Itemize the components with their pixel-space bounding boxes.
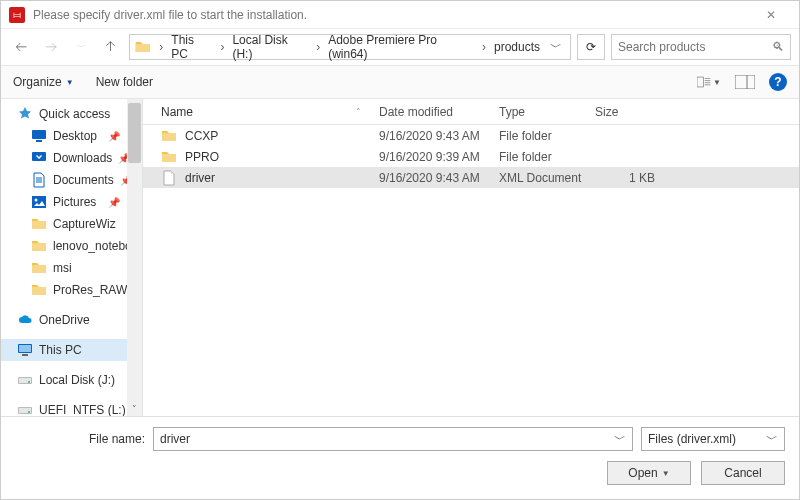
cancel-button[interactable]: Cancel [701,461,785,485]
filename-input[interactable] [160,432,608,446]
folder-icon [31,216,47,232]
refresh-button[interactable]: ⟳ [577,34,605,60]
chevron-right-icon[interactable]: › [314,40,322,54]
help-button[interactable]: ? [769,73,787,91]
view-mode-button[interactable]: ▼ [697,72,721,92]
col-name[interactable]: Name˄ [155,105,373,119]
search-box[interactable]: 🔍︎ [611,34,791,60]
file-type: File folder [493,129,589,143]
tree-item-label: ProRes_RAW [53,283,127,297]
tree-item-label: Downloads [53,151,112,165]
forward-button[interactable]: 🡢 [39,35,63,59]
tree-item[interactable]: This PC [1,339,142,361]
file-type: XML Document [493,171,589,185]
file-name: PPRO [185,150,219,164]
tree-scroll-down[interactable]: ˅ [127,402,142,416]
col-size[interactable]: Size [589,105,661,119]
close-button[interactable]: ✕ [751,8,791,22]
back-button[interactable]: 🡠 [9,35,33,59]
pc-icon [17,342,33,358]
tree-item[interactable]: msi [1,257,142,279]
open-button[interactable]: Open▼ [607,461,691,485]
titlebar: ⧦ Please specify driver.xml file to star… [1,1,799,29]
tree-item[interactable]: ProRes_RAW [1,279,142,301]
pin-icon: 📌 [108,197,120,208]
tree-item[interactable]: OneDrive [1,309,142,331]
chevron-right-icon[interactable]: › [480,40,488,54]
file-row[interactable]: CCXP9/16/2020 9:43 AMFile folder [143,125,799,146]
filetype-label: Files (driver.xml) [648,432,736,446]
filename-dropdown[interactable]: ﹀ [608,431,626,448]
breadcrumb[interactable]: products [490,38,544,56]
filename-field[interactable]: ﹀ [153,427,633,451]
new-folder-label: New folder [96,75,153,89]
chevron-right-icon[interactable]: › [157,40,165,54]
caret-down-icon: ﹀ [766,431,778,448]
chevron-right-icon[interactable]: › [218,40,226,54]
breadcrumb[interactable]: This PC [167,31,216,63]
new-folder-button[interactable]: New folder [96,75,153,89]
file-type: File folder [493,150,589,164]
svg-rect-14 [735,75,755,89]
address-bar[interactable]: › This PC › Local Disk (H:) › Adobe Prem… [129,34,571,60]
pin-icon: 📌 [108,131,120,142]
col-date[interactable]: Date modified [373,105,493,119]
tree-item-label: Documents [53,173,114,187]
file-date: 9/16/2020 9:43 AM [373,171,493,185]
tree-item[interactable]: lenovo_notebook [1,235,142,257]
tree-item[interactable]: Quick access [1,103,142,125]
column-headers: Name˄ Date modified Type Size [143,99,799,125]
tree-scrollbar[interactable] [127,99,142,416]
tree-item[interactable]: Documents📌 [1,169,142,191]
nav-row: 🡠 🡢 ﹀ 🡡 › This PC › Local Disk (H:) › Ad… [1,29,799,65]
bottom-panel: File name: ﹀ Files (driver.xml) ﹀ Open▼ … [1,416,799,499]
cloud-icon [17,312,33,328]
organize-label: Organize [13,75,62,89]
toolbar: Organize ▼ New folder ▼ ? [1,65,799,99]
file-size: 1 KB [589,171,661,185]
body: ˄ ˅ Quick accessDesktop📌Downloads📌Docume… [1,99,799,416]
filetype-dropdown[interactable]: Files (driver.xml) ﹀ [641,427,785,451]
nav-tree: ˄ ˅ Quick accessDesktop📌Downloads📌Docume… [1,99,143,416]
tree-item[interactable]: Pictures📌 [1,191,142,213]
star-icon [17,106,33,122]
tree-item[interactable]: Desktop📌 [1,125,142,147]
file-row[interactable]: PPRO9/16/2020 9:39 AMFile folder [143,146,799,167]
filename-label: File name: [15,432,145,446]
organize-button[interactable]: Organize ▼ [13,75,74,89]
svg-rect-13 [697,77,703,87]
col-type[interactable]: Type [493,105,589,119]
file-list: Name˄ Date modified Type Size CCXP9/16/2… [143,99,799,416]
tree-item[interactable]: CaptureWiz [1,213,142,235]
search-input[interactable] [618,40,768,54]
tree-item-label: Quick access [39,107,110,121]
tree-item[interactable]: Local Disk (J:) [1,369,142,391]
folder-icon [31,282,47,298]
search-icon[interactable]: 🔍︎ [772,40,784,54]
file-row[interactable]: driver9/16/2020 9:43 AMXML Document1 KB [143,167,799,188]
tree-item-label: OneDrive [39,313,90,327]
tree-item-label: This PC [39,343,82,357]
sort-caret-icon: ˄ [356,107,361,117]
tree-item[interactable]: Downloads📌 [1,147,142,169]
file-name: CCXP [185,129,218,143]
breadcrumb[interactable]: Local Disk (H:) [228,31,312,63]
dialog-title: Please specify driver.xml file to start … [33,8,751,22]
recent-dropdown[interactable]: ﹀ [69,35,93,59]
preview-pane-button[interactable] [733,72,757,92]
file-name: driver [185,171,215,185]
tree-scrollbar-thumb[interactable] [128,103,141,163]
folder-icon [31,238,47,254]
file-rows: CCXP9/16/2020 9:43 AMFile folderPPRO9/16… [143,125,799,416]
caret-down-icon: ▼ [66,78,74,87]
up-button[interactable]: 🡡 [99,35,123,59]
desktop-icon [31,128,47,144]
file-open-dialog: ⧦ Please specify driver.xml file to star… [0,0,800,500]
file-icon [161,170,177,186]
tree-item-label: UEFI_NTFS (L:) [39,403,126,416]
breadcrumb[interactable]: Adobe Premiere Pro (win64) [324,31,478,63]
folder-icon [134,39,151,55]
tree-item[interactable]: UEFI_NTFS (L:) [1,399,142,416]
file-date: 9/16/2020 9:39 AM [373,150,493,164]
address-dropdown[interactable]: ﹀ [546,37,566,58]
